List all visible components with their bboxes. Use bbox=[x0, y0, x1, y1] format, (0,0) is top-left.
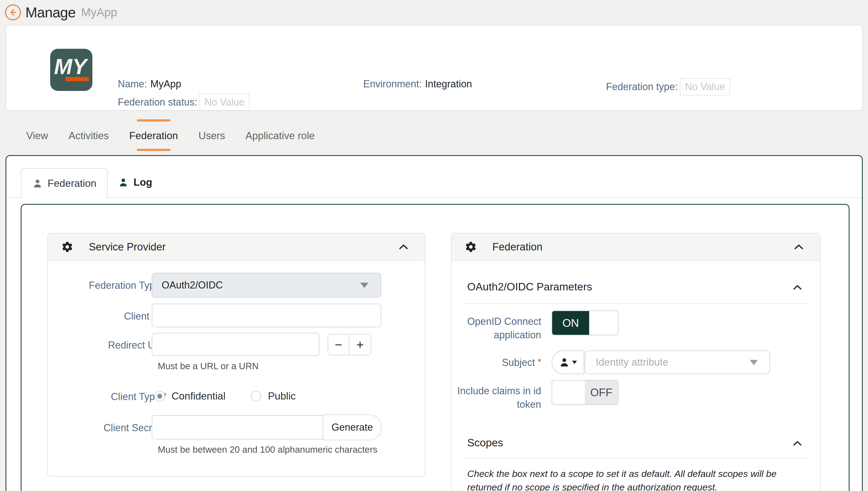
remove-uri-button[interactable]: − bbox=[328, 335, 350, 355]
subtab-log-label: Log bbox=[134, 177, 152, 188]
redirect-uri-stepper: − + bbox=[328, 334, 371, 355]
environment-label: Environment: bbox=[363, 78, 422, 90]
federation-type-selected-value: OAuth2/OIDC bbox=[162, 279, 223, 291]
oauth-params-heading: OAuth2/OIDC Parameters bbox=[467, 281, 592, 293]
environment-field: Environment: Integration bbox=[363, 78, 472, 90]
service-provider-card: Service Provider Federation Type* OAuth2… bbox=[48, 233, 425, 477]
manage-app-page: Manage MyApp MY Name: MyApp Federation s… bbox=[0, 0, 868, 491]
federation-card: Federation OAuth2/OIDC Parameters OpenID… bbox=[451, 233, 820, 491]
environment-value: Integration bbox=[425, 78, 472, 90]
scopes-note: Check the box next to a scope to set it … bbox=[467, 467, 807, 491]
redirect-uri-help: Must be a URL or a URN bbox=[158, 361, 259, 371]
federation-type-value: No Value bbox=[680, 78, 730, 95]
generate-secret-button[interactable]: Generate bbox=[323, 414, 382, 440]
client-secret-input[interactable] bbox=[152, 415, 323, 439]
subject-label: Subject* bbox=[453, 357, 541, 368]
federation-status-field: Federation status: No Value bbox=[118, 94, 250, 111]
tab-users[interactable]: Users bbox=[188, 117, 235, 154]
app-logo-text: MY bbox=[54, 54, 89, 79]
add-uri-button[interactable]: + bbox=[350, 335, 371, 355]
chevron-up-icon[interactable] bbox=[792, 282, 803, 293]
federation-status-label: Federation status: bbox=[118, 96, 197, 108]
subtab-federation-label: Federation bbox=[48, 178, 97, 189]
openid-app-toggle[interactable]: ON bbox=[552, 311, 618, 335]
service-provider-header[interactable]: Service Provider bbox=[48, 233, 425, 261]
scopes-heading: Scopes bbox=[467, 437, 503, 449]
toggle-on-segment: ON bbox=[552, 311, 589, 335]
name-label: Name: bbox=[118, 78, 147, 90]
arrow-left-icon bbox=[8, 8, 18, 17]
tab-activities[interactable]: Activities bbox=[58, 117, 119, 154]
tab-applicative-role[interactable]: Applicative role bbox=[235, 117, 325, 154]
client-id-label: Client Id* bbox=[48, 311, 167, 322]
federation-status-value: No Value bbox=[199, 94, 249, 111]
chevron-down-icon bbox=[360, 283, 369, 288]
service-provider-title: Service Provider bbox=[89, 241, 166, 253]
gear-icon bbox=[61, 241, 73, 253]
person-icon bbox=[32, 178, 43, 189]
name-value: MyApp bbox=[150, 78, 181, 90]
subject-select[interactable]: Identity attribute bbox=[585, 350, 770, 374]
section-divider bbox=[462, 303, 808, 304]
subtab-log[interactable]: Log bbox=[110, 168, 160, 197]
toggle-off-segment: OFF bbox=[585, 380, 618, 404]
client-type-radios: Confidential Public bbox=[155, 391, 296, 402]
app-logo: MY bbox=[50, 49, 92, 91]
person-icon bbox=[559, 357, 570, 368]
back-button[interactable] bbox=[5, 4, 21, 20]
app-logo-orange-bar bbox=[65, 77, 89, 81]
federation-card-header[interactable]: Federation bbox=[452, 233, 820, 261]
client-type-label: Client Type* bbox=[48, 391, 167, 403]
page-title: Manage bbox=[25, 4, 76, 21]
redirect-uri-input[interactable] bbox=[152, 333, 319, 356]
federation-type-label: Federation type: bbox=[606, 81, 678, 93]
tab-view[interactable]: View bbox=[16, 117, 58, 154]
radio-public[interactable] bbox=[251, 391, 261, 401]
chevron-up-icon[interactable] bbox=[398, 241, 409, 253]
federation-card-title: Federation bbox=[492, 241, 543, 253]
subject-placeholder: Identity attribute bbox=[596, 356, 668, 368]
redirect-uri-label: Redirect Uri* bbox=[48, 340, 167, 351]
radio-confidential[interactable] bbox=[155, 391, 165, 401]
client-id-input[interactable] bbox=[152, 304, 381, 327]
subtab-federation[interactable]: Federation bbox=[21, 168, 108, 198]
chevron-down-icon bbox=[572, 361, 577, 364]
tab-federation[interactable]: Federation bbox=[119, 117, 188, 154]
gear-icon bbox=[465, 241, 477, 253]
chevron-up-icon[interactable] bbox=[792, 438, 803, 449]
person-icon bbox=[118, 177, 129, 187]
include-claims-label: Include claims in id token bbox=[453, 384, 541, 411]
subject-source-button[interactable] bbox=[552, 350, 584, 374]
include-claims-toggle[interactable]: OFF bbox=[552, 380, 618, 405]
page-header: Manage MyApp bbox=[0, 0, 868, 25]
chevron-down-icon bbox=[750, 360, 758, 365]
tabstrip-divider bbox=[7, 197, 862, 198]
client-secret-help: Must be between 20 and 100 alphanumeric … bbox=[158, 444, 377, 455]
federation-type-select[interactable]: OAuth2/OIDC bbox=[152, 273, 381, 297]
chevron-up-icon[interactable] bbox=[793, 241, 805, 253]
name-field: Name: MyApp bbox=[118, 78, 181, 90]
radio-public-label: Public bbox=[268, 391, 296, 402]
app-info-card: MY Name: MyApp Federation status: No Val… bbox=[5, 25, 863, 111]
federation-type-select-label: Federation Type* bbox=[48, 280, 167, 291]
federation-type-field: Federation type: No Value bbox=[606, 78, 730, 95]
radio-confidential-label: Confidential bbox=[171, 391, 225, 402]
openid-app-label: OpenID Connect application bbox=[453, 315, 541, 342]
page-subtitle: MyApp bbox=[81, 6, 117, 19]
section-divider bbox=[462, 458, 808, 459]
main-tab-bar: View Activities Federation Users Applica… bbox=[16, 117, 325, 154]
client-secret-label: Client Secret* bbox=[48, 422, 167, 434]
